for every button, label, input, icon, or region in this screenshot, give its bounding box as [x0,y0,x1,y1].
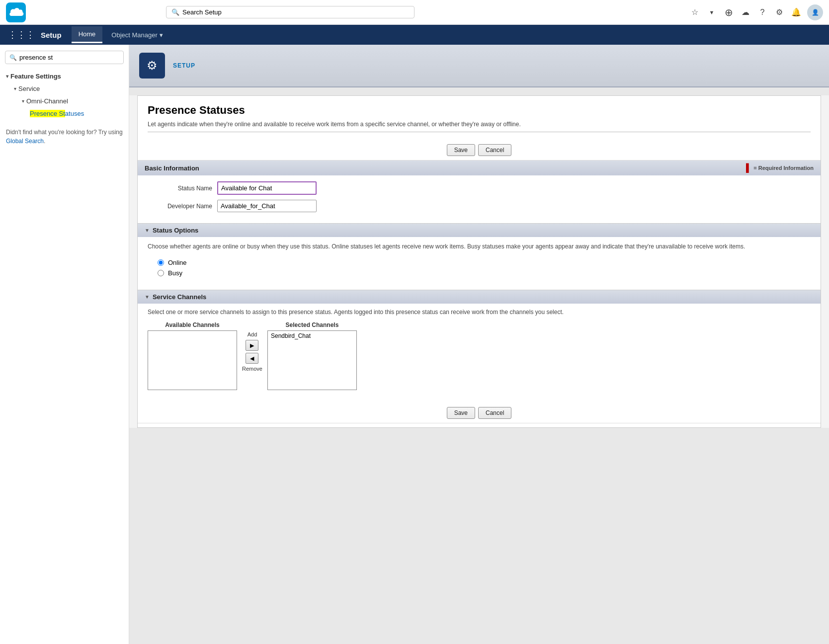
developer-name-row: Developer Name [148,200,811,212]
feature-settings-label: Feature Settings [10,73,61,80]
available-channels-container: Available Channels [148,322,237,390]
selected-channel-item[interactable]: Sendbird_Chat [268,331,356,341]
status-options-section-header: ▼ Status Options [138,224,821,237]
feature-settings-chevron-icon: ▾ [6,74,8,79]
sidebar-search-icon: 🔍 [9,54,17,61]
developer-name-input[interactable] [217,200,317,212]
developer-name-label: Developer Name [148,203,217,210]
service-channels-body: Select one or more service channels to a… [138,304,821,395]
sidebar-item-omni-channel[interactable]: ▾ Omni-Channel [0,95,129,107]
status-radio-group: Online Busy [148,255,811,284]
online-radio-option[interactable]: Online [158,259,811,266]
object-manager-chevron-icon: ▾ [160,31,163,39]
busy-radio-option[interactable]: Busy [158,269,811,277]
bottom-button-bar: Save Cancel [138,403,821,423]
global-search-link[interactable]: Global Search [6,138,44,145]
salesforce-logo [6,2,26,22]
page-subtitle: Let agents indicate when they're online … [148,121,811,128]
global-search-input[interactable] [182,8,409,16]
global-search-bar[interactable]: 🔍 [166,6,414,18]
service-channels-triangle-icon: ▼ [145,294,150,300]
page-content: Presence Statuses Let agents indicate wh… [129,95,829,428]
object-manager-tab[interactable]: Object Manager ▾ [104,27,170,43]
online-radio-input[interactable] [158,259,164,266]
sidebar: 🔍 presence st ▾ Feature Settings ▾ Servi… [0,45,129,644]
sidebar-search-input[interactable]: presence st [19,54,119,61]
required-info: ▌ = Required Information [746,163,814,172]
selected-channels-container: Selected Channels Sendbird_Chat [267,322,357,390]
bottom-cancel-button[interactable]: Cancel [478,407,511,419]
basic-info-title: Basic Information [145,164,199,172]
cloud-icon[interactable]: ☁ [740,6,751,18]
bottom-save-button[interactable]: Save [447,407,475,419]
top-button-bar: Save Cancel [138,140,821,161]
service-channels-title: Service Channels [153,293,206,301]
busy-radio-label: Busy [168,269,182,277]
main-layout: 🔍 presence st ▾ Feature Settings ▾ Servi… [0,45,829,644]
setup-header-label: SETUP [173,62,195,69]
page-title-bar: Presence Statuses Let agents indicate wh… [138,96,821,140]
highlight-text: Presence St [30,110,65,117]
favorites-icon[interactable]: ☆ [689,6,701,18]
setup-gear-icon: ⚙ [139,53,165,79]
help-icon[interactable]: ? [756,6,768,18]
omni-channel-chevron-icon: ▾ [22,98,24,104]
status-name-input[interactable] [217,181,317,195]
available-channels-listbox[interactable] [148,330,237,390]
add-label: Add [248,331,257,337]
add-icon[interactable]: ⊕ [723,6,735,18]
sidebar-search-container[interactable]: 🔍 presence st [5,51,124,64]
status-options-triangle-icon: ▼ [145,228,150,233]
remove-label: Remove [242,366,262,372]
basic-info-body: Status Name Developer Name [138,175,821,223]
status-options-title: Status Options [153,227,198,234]
status-options-description: Choose whether agents are online or busy… [148,243,811,250]
basic-info-section-header: Basic Information ▌ = Required Informati… [138,161,821,175]
bottom-button-bar-wrapper: Save Cancel [138,395,821,427]
settings-icon[interactable]: ⚙ [773,6,785,18]
service-chevron-icon: ▾ [14,86,16,91]
service-label: Service [18,85,40,92]
favorites-dropdown-icon[interactable]: ▼ [706,6,718,18]
omni-channel-label: Omni-Channel [26,97,68,105]
sidebar-item-feature-settings[interactable]: ▾ Feature Settings [0,70,129,82]
top-cancel-button[interactable]: Cancel [478,144,511,156]
content-area: ⚙ SETUP Presence Statuses Let agents ind… [129,45,829,644]
selected-channels-listbox[interactable]: Sendbird_Chat [267,330,357,390]
available-channels-label: Available Channels [148,322,237,328]
selected-channels-label: Selected Channels [267,322,357,328]
page-title: Presence Statuses [148,104,811,117]
top-navigation: 🔍 ☆ ▼ ⊕ ☁ ? ⚙ 🔔 👤 [0,0,829,25]
channels-grid: Available Channels Add ▶ ◀ Remove Select… [148,322,811,390]
home-tab[interactable]: Home [72,26,103,43]
user-avatar[interactable]: 👤 [807,4,823,20]
page-body: Presence Statuses Let agents indicate wh… [137,95,821,428]
top-save-button[interactable]: Save [447,144,475,156]
apps-grid-icon[interactable]: ⋮⋮⋮ [8,29,35,40]
remove-channel-button[interactable]: ◀ [246,353,258,364]
service-channels-description: Select one or more service channels to a… [148,309,811,316]
required-label: = Required Information [753,165,814,171]
setup-nav-label: Setup [41,31,62,39]
busy-radio-input[interactable] [158,270,164,276]
sidebar-help-text: Didn't find what you're looking for? Try… [6,128,123,146]
service-channels-section-header: ▼ Service Channels [138,290,821,304]
bell-icon[interactable]: 🔔 [790,6,802,18]
second-navigation: ⋮⋮⋮ Setup Home Object Manager ▾ [0,25,829,45]
required-dot: ▌ [746,163,751,172]
sidebar-item-presence-statuses[interactable]: Presence Statuses [0,107,129,120]
presence-statuses-label: Presence Statuses [30,110,84,117]
add-channel-button[interactable]: ▶ [246,340,258,351]
status-name-label: Status Name [148,185,217,192]
nav-icons: ☆ ▼ ⊕ ☁ ? ⚙ 🔔 👤 [689,4,823,20]
status-options-body: Choose whether agents are online or busy… [138,237,821,290]
search-icon: 🔍 [171,8,179,16]
setup-header: ⚙ SETUP [129,45,829,87]
online-radio-label: Online [168,259,187,266]
channel-transfer-buttons: Add ▶ ◀ Remove [242,322,262,372]
status-name-row: Status Name [148,181,811,195]
sidebar-item-service[interactable]: ▾ Service [0,82,129,95]
